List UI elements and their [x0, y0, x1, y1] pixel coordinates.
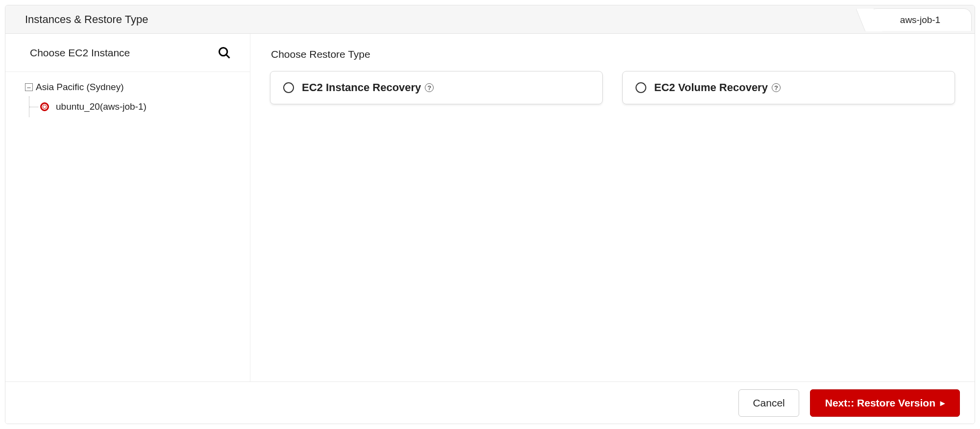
chevron-right-icon: ▸ [940, 398, 945, 408]
help-icon[interactable]: ? [425, 83, 434, 92]
wizard-step-title: Instances & Restore Type [25, 13, 148, 26]
search-icon [218, 46, 231, 60]
svg-point-0 [220, 48, 227, 55]
tree-collapse-icon[interactable]: − [25, 83, 33, 91]
option-ec2-instance-recovery[interactable]: EC2 Instance Recovery ? [270, 71, 603, 104]
cancel-button[interactable]: Cancel [738, 389, 799, 417]
search-button[interactable] [216, 45, 233, 61]
tree-children: ubuntu_20(aws-job-1) [29, 96, 240, 117]
instance-tree: − Asia Pacific (Sydney) ubuntu_20(aws-jo… [5, 72, 250, 117]
instance-picker-header: Choose EC2 Instance [5, 34, 250, 72]
restore-type-title: Choose Restore Type [271, 48, 955, 60]
wizard-header: Instances & Restore Type aws-job-1 [5, 5, 975, 34]
next-button-label: Next:: Restore Version [825, 397, 935, 409]
option-label: EC2 Instance Recovery [302, 81, 421, 94]
svg-line-1 [226, 54, 230, 58]
wizard-body: Choose EC2 Instance − Asia Pacific (Sydn… [5, 34, 975, 381]
job-tab-label: aws-job-1 [900, 15, 940, 25]
restore-type-options: EC2 Instance Recovery ? EC2 Volume Recov… [270, 71, 955, 104]
instance-picker-title: Choose EC2 Instance [30, 47, 130, 59]
restore-type-pane: Choose Restore Type EC2 Instance Recover… [250, 34, 975, 381]
tree-region-node[interactable]: − Asia Pacific (Sydney) [25, 81, 240, 94]
radio-unselected-icon [636, 82, 646, 93]
next-button[interactable]: Next:: Restore Version ▸ [810, 389, 960, 417]
tree-region-label: Asia Pacific (Sydney) [36, 81, 124, 94]
instance-selected-icon [40, 102, 49, 111]
help-icon[interactable]: ? [772, 83, 781, 92]
tree-instance-node[interactable]: ubuntu_20(aws-job-1) [29, 96, 240, 117]
option-ec2-volume-recovery[interactable]: EC2 Volume Recovery ? [622, 71, 955, 104]
instance-picker-pane: Choose EC2 Instance − Asia Pacific (Sydn… [5, 34, 250, 381]
job-tab[interactable]: aws-job-1 [869, 8, 972, 31]
wizard-panel: Instances & Restore Type aws-job-1 Choos… [5, 5, 975, 424]
wizard-footer: Cancel Next:: Restore Version ▸ [5, 381, 975, 424]
option-label: EC2 Volume Recovery [654, 81, 768, 94]
radio-unselected-icon [283, 82, 294, 93]
tree-instance-label: ubuntu_20(aws-job-1) [56, 101, 147, 112]
